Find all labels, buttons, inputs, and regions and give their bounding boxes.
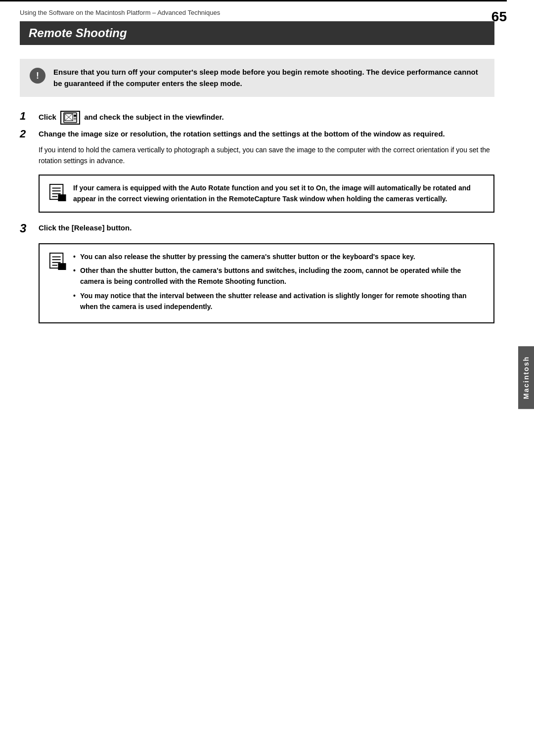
svg-marker-19: [58, 263, 66, 264]
section-title: Remote Shooting: [29, 26, 486, 40]
camera-viewfinder-icon: [63, 112, 77, 123]
warning-box: ! Ensure that you turn off your computer…: [20, 59, 494, 97]
step-2-content: Change the image size or resolution, the…: [39, 129, 494, 140]
note-icon-svg-2: [48, 252, 66, 270]
info-box-2-list: You can also release the shutter by pres…: [73, 251, 485, 315]
info-box-1: If your camera is equipped with the Auto…: [39, 175, 494, 213]
header-text: Using the Software on the Macintosh Plat…: [20, 9, 220, 16]
warning-text: Ensure that you turn off your computer's…: [53, 67, 485, 89]
note-icon-svg-1: [48, 183, 66, 201]
step-1-text-after: and check the subject in the viewfinder.: [84, 113, 224, 121]
top-border: [0, 0, 507, 1]
step-extra-text: If you intend to hold the camera vertica…: [39, 144, 494, 167]
step-2-number: 2: [20, 128, 39, 140]
steps-container: 1 Click and check the subject in the vie…: [20, 111, 494, 213]
info-box-1-text: If your camera is equipped with the Auto…: [73, 182, 485, 205]
step-3-content: Click the [Release] button.: [39, 222, 494, 234]
step-3-row: 3 Click the [Release] button.: [20, 222, 494, 235]
svg-rect-4: [74, 115, 76, 117]
main-content: Remote Shooting ! Ensure that you turn o…: [0, 21, 534, 351]
page-number: 65: [491, 9, 507, 25]
right-tab: Macintosh: [518, 346, 534, 409]
info-box-2: You can also release the shutter by pres…: [39, 243, 494, 323]
svg-rect-5: [74, 118, 76, 120]
bullet-item: You may notice that the interval between…: [73, 290, 485, 312]
step-1-content: Click and check the subject in the viewf…: [39, 111, 494, 125]
bullet-item: Other than the shutter button, the camer…: [73, 265, 485, 287]
step-2-row: 2 Change the image size or resolution, t…: [20, 129, 494, 140]
step-1-text-click: Click: [39, 113, 56, 121]
section-title-bar: Remote Shooting: [20, 21, 494, 45]
warning-icon: !: [30, 68, 45, 84]
svg-rect-18: [58, 263, 66, 269]
svg-rect-11: [58, 195, 66, 201]
note-icon-2: [48, 252, 66, 270]
bullet-item: You can also release the shutter by pres…: [73, 251, 485, 262]
step-3-number: 3: [20, 222, 39, 235]
note-icon-1: [48, 183, 66, 201]
step-1-row: 1 Click and check the subject in the vie…: [20, 111, 494, 125]
page-header: Using the Software on the Macintosh Plat…: [0, 0, 534, 21]
svg-marker-12: [58, 195, 66, 196]
inline-camera-button: [60, 111, 80, 125]
step-1-number: 1: [20, 110, 39, 123]
